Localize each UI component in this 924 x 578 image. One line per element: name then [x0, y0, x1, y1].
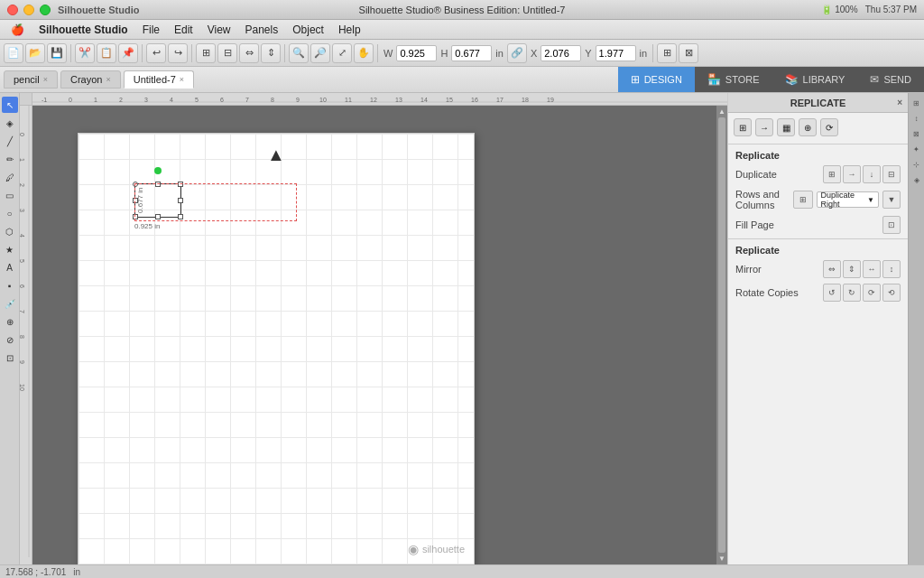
right-panel-close[interactable]: × [897, 98, 902, 107]
rotate-icon1[interactable]: ↺ [823, 284, 841, 302]
ellipse-tool[interactable]: ○ [2, 205, 18, 221]
star-tool[interactable]: ★ [2, 241, 18, 257]
scrollbar-v[interactable]: ▲ ▼ [716, 106, 727, 564]
rows-columns-more[interactable]: ▼ [882, 191, 901, 209]
rows-columns-icon[interactable]: ⊞ [793, 191, 813, 209]
zoom-in-button[interactable]: 🔍 [289, 43, 309, 63]
menu-edit[interactable]: Edit [167, 22, 200, 38]
undo-button[interactable]: ↩ [146, 43, 166, 63]
text-tool[interactable]: A [2, 259, 18, 275]
fr-btn4[interactable]: ✦ [910, 143, 923, 155]
dup-icon1[interactable]: ⊞ [823, 165, 841, 183]
width-input[interactable] [396, 45, 437, 61]
fill-page-icon[interactable]: ⊡ [882, 216, 901, 234]
pan-button[interactable]: ✋ [354, 43, 374, 63]
zoom-fit-button[interactable]: ⤢ [332, 43, 352, 63]
rotate-icon2[interactable]: ↻ [843, 284, 861, 302]
rotate-icon4[interactable]: ⟲ [882, 284, 901, 302]
align-button[interactable]: ⊞ [657, 43, 677, 63]
mode-store[interactable]: 🏪 STORE [695, 67, 772, 92]
clock: Thu 5:37 PM [865, 5, 917, 14]
menubar: 🍎 Silhouette Studio File Edit View Panel… [0, 20, 924, 40]
copy-button[interactable]: 📋 [97, 43, 116, 63]
x-input[interactable] [541, 45, 581, 61]
mode-library[interactable]: 📚 LIBRARY [772, 67, 858, 92]
menu-view[interactable]: View [200, 22, 238, 38]
redo-button[interactable]: ↪ [168, 43, 188, 63]
menu-file[interactable]: File [135, 22, 167, 38]
maximize-button[interactable] [40, 5, 51, 15]
zoom-out-button[interactable]: 🔎 [310, 43, 330, 63]
scroll-thumb-v[interactable] [718, 117, 725, 553]
mirror-h-button[interactable]: ⇔ [239, 43, 259, 63]
rows-columns-dropdown[interactable]: Duplicate Right ▼ [817, 191, 880, 208]
pen-tool[interactable]: ✏ [2, 151, 18, 167]
tab-untitled7-close[interactable]: × [180, 75, 184, 84]
toolbar-sep3 [191, 44, 192, 62]
polygon-tool[interactable]: ⬡ [2, 223, 18, 239]
ungroup-button[interactable]: ⊟ [217, 43, 237, 63]
rp-tab-gridarrows[interactable]: ⊕ [799, 118, 817, 136]
fr-btn1[interactable]: ⊞ [910, 97, 923, 109]
close-button[interactable] [7, 5, 18, 15]
distribute-button[interactable]: ⊠ [679, 43, 698, 63]
rp-tab-arrow[interactable]: → [755, 118, 773, 136]
mirror-v-button[interactable]: ⇕ [261, 43, 281, 63]
fr-btn3[interactable]: ⊠ [910, 127, 923, 140]
tab-crayon[interactable]: Crayon × [60, 70, 121, 89]
dup-icon2[interactable]: → [843, 165, 861, 183]
tab-crayon-close[interactable]: × [106, 75, 110, 84]
height-input[interactable] [451, 45, 492, 61]
scroll-down-icon[interactable]: ▼ [718, 555, 725, 563]
fr-btn5[interactable]: ⊹ [910, 158, 923, 171]
rectangle-tool[interactable]: ▭ [2, 187, 18, 203]
dup-icon3[interactable]: ↓ [863, 165, 881, 183]
tab-untitled7[interactable]: Untitled-7 × [124, 70, 194, 89]
canvas-scroll[interactable]: ▲ [32, 106, 727, 564]
open-button[interactable]: 📂 [25, 43, 45, 63]
mode-send[interactable]: ✉ SEND [857, 67, 924, 92]
new-button[interactable]: 📄 [4, 43, 23, 63]
calligraphy-tool[interactable]: 🖊 [2, 169, 18, 185]
dup-icon4[interactable]: ⊟ [882, 165, 901, 183]
rp-tab-grid4[interactable]: ▦ [777, 118, 795, 136]
menu-apple[interactable]: 🍎 [4, 22, 32, 38]
y-input[interactable] [596, 45, 636, 61]
scroll-up-icon[interactable]: ▲ [718, 107, 725, 116]
menu-object[interactable]: Object [285, 22, 331, 38]
eraser-tool[interactable]: ⊘ [2, 331, 18, 348]
menu-silhouette[interactable]: Silhouette Studio [32, 22, 135, 38]
rp-tab-grid[interactable]: ⊞ [734, 118, 752, 136]
save-button[interactable]: 💾 [47, 43, 67, 63]
rotate-icon3[interactable]: ⟳ [863, 284, 881, 302]
menu-help[interactable]: Help [331, 22, 368, 38]
mirror-icon4[interactable]: ↕ [882, 260, 901, 278]
mirror-icon1[interactable]: ⇔ [823, 260, 841, 278]
cut-button[interactable]: ✂️ [75, 43, 95, 63]
zoom-tool[interactable]: ⊕ [2, 313, 18, 330]
node-tool[interactable]: ◈ [2, 115, 18, 131]
crop-tool[interactable]: ⊡ [2, 350, 18, 366]
mirror-icon3[interactable]: ↔ [863, 260, 881, 278]
minimize-button[interactable] [23, 5, 34, 15]
line-tool[interactable]: ╱ [2, 133, 18, 149]
paste-button[interactable]: 📌 [118, 43, 138, 63]
mode-design[interactable]: ⊞ DESIGN [618, 67, 695, 92]
fr-btn2[interactable]: ↕ [910, 112, 923, 125]
lock-proportions-button[interactable]: 🔗 [507, 43, 527, 63]
fill-tool[interactable]: ▪ [2, 277, 18, 294]
tab-pencil-close[interactable]: × [43, 75, 48, 84]
select-tool[interactable]: ↖ [2, 97, 18, 113]
section-divider2 [728, 238, 908, 239]
eyedropper-tool[interactable]: 💉 [2, 295, 18, 312]
menu-panels[interactable]: Panels [238, 22, 286, 38]
mirror-row: Mirror ⇔ ⇕ ↔ ↕ [728, 257, 908, 281]
group-button[interactable]: ⊞ [196, 43, 216, 63]
svg-text:1: 1 [94, 97, 97, 103]
fr-btn6[interactable]: ◈ [910, 173, 923, 186]
svg-text:10: 10 [319, 97, 327, 103]
rp-tab-extra1[interactable]: ⟳ [820, 118, 838, 136]
rotation-handle[interactable] [154, 167, 162, 174]
mirror-icon2[interactable]: ⇕ [843, 260, 861, 278]
tab-pencil[interactable]: pencil × [4, 70, 58, 89]
